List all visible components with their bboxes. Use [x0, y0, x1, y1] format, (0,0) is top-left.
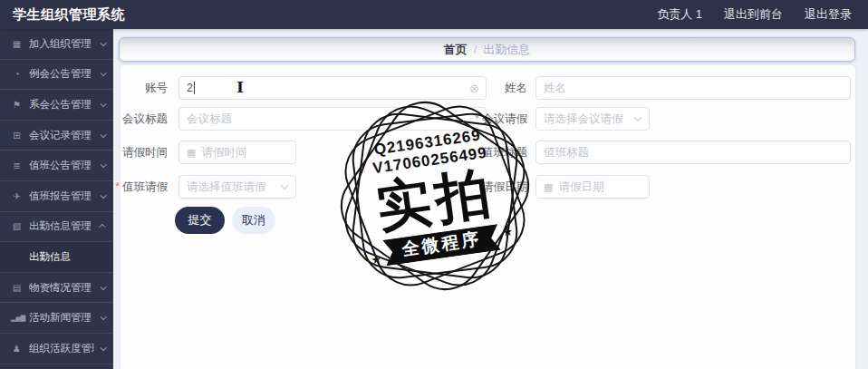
- name-input[interactable]: 姓名: [535, 76, 851, 100]
- name-label: 姓名: [471, 81, 527, 96]
- breadcrumb-current: 出勤信息: [483, 42, 530, 58]
- grid-icon: ▦: [11, 39, 23, 49]
- leave-time-input[interactable]: ▦ 请假时间: [178, 141, 296, 164]
- sidebar-item-supplies[interactable]: ▤ 物资情况管理: [0, 273, 113, 304]
- sidebar-item-label: 加入组织管理: [29, 37, 94, 51]
- topbar-actions: 负责人 1 退出到前台 退出登录: [657, 6, 852, 23]
- sidebar-item-duty-report[interactable]: ✈ 值班报告管理: [0, 181, 113, 212]
- app-title: 学生组织管理系统: [13, 6, 125, 24]
- duty-leave-field-row: *值班请假 请选择值班请假: [113, 175, 296, 199]
- account-input[interactable]: 2 ⊗: [178, 76, 487, 100]
- sidebar-item-join-org[interactable]: ▦ 加入组织管理: [0, 29, 113, 60]
- image-icon: ▧: [11, 221, 23, 231]
- chevron-up-icon: [99, 224, 105, 230]
- sidebar-item-regular-meeting-notice[interactable]: ◔ 例会公告管理: [0, 60, 113, 91]
- breadcrumb-home-link[interactable]: 首页: [444, 42, 468, 58]
- leave-date-label: 请假日期: [471, 180, 527, 195]
- chevron-down-icon: [101, 161, 107, 168]
- flag-icon: ⚑: [11, 100, 23, 110]
- sidebar-item-label: 出勤信息管理: [29, 219, 94, 233]
- duty-leave-select[interactable]: 请选择值班请假: [178, 175, 296, 199]
- leave-time-placeholder: 请假时间: [201, 145, 246, 160]
- chevron-down-icon: [281, 182, 288, 189]
- sidebar: ▦ 加入组织管理 ◔ 例会公告管理 ⚑ 系会公告管理 ⊞ 会议记录管理 ≣ 值班…: [0, 29, 113, 369]
- account-label: 账号: [113, 81, 168, 96]
- clipboard-icon: ▤: [11, 283, 23, 293]
- chevron-down-icon: [101, 131, 107, 138]
- calendar-icon: ▦: [544, 181, 553, 193]
- name-field-row: 姓名 姓名: [471, 76, 851, 100]
- duty-title-label: 值班标题: [471, 145, 527, 160]
- name-placeholder: 姓名: [544, 81, 566, 96]
- sidebar-item-label: 系会公告管理: [29, 98, 94, 112]
- duty-leave-placeholder: 请选择值班请假: [187, 180, 266, 195]
- calendar-icon: ▦: [187, 147, 196, 159]
- meeting-leave-field-row: *会议请假 请选择会议请假: [471, 107, 650, 131]
- chevron-down-icon: [101, 192, 107, 199]
- person-icon: ♟: [11, 344, 23, 354]
- meeting-title-input[interactable]: 会议标题: [178, 107, 487, 131]
- required-asterisk: *: [475, 112, 479, 125]
- duty-title-input[interactable]: 值班标题: [535, 141, 851, 164]
- sidebar-subitem-label: 出勤信息: [29, 250, 71, 264]
- meeting-title-placeholder: 会议标题: [187, 112, 232, 127]
- duty-title-placeholder: 值班标题: [544, 145, 589, 160]
- duty-leave-label: *值班请假: [113, 180, 168, 195]
- sidebar-item-label: 值班报告管理: [29, 189, 94, 203]
- squares-icon: ⊞: [11, 131, 23, 141]
- submit-button[interactable]: 提交: [175, 207, 225, 234]
- sidebar-item-label: 活动新闻管理: [29, 311, 94, 325]
- chevron-down-icon: [101, 345, 107, 351]
- text-caret: [194, 82, 195, 94]
- clock-icon: ◔: [11, 69, 23, 79]
- leave-time-label: 请假时间: [113, 145, 168, 160]
- sidebar-item-dept-meeting-notice[interactable]: ⚑ 系会公告管理: [0, 90, 113, 121]
- ibeam-cursor: I: [236, 78, 244, 96]
- meeting-title-field-row: 会议标题 会议标题: [113, 107, 487, 131]
- leave-time-field-row: 请假时间 ▦ 请假时间: [113, 141, 296, 164]
- chevron-down-icon: [101, 71, 107, 77]
- top-navbar: 学生组织管理系统 负责人 1 退出到前台 退出登录: [0, 0, 868, 29]
- leave-date-input[interactable]: ▦ 请假日期: [535, 175, 650, 199]
- leave-date-placeholder: 请假日期: [558, 180, 603, 195]
- chevron-down-icon: [101, 101, 107, 107]
- cancel-button[interactable]: 取消: [232, 207, 275, 234]
- meeting-title-label: 会议标题: [113, 112, 168, 127]
- duty-title-field-row: 值班标题 值班标题: [471, 141, 851, 164]
- chevron-down-icon: [101, 284, 107, 290]
- chevron-down-icon: [634, 114, 641, 121]
- sidebar-item-label: 组织活跃度管理: [29, 342, 94, 355]
- chevron-down-icon: [101, 314, 107, 320]
- paper-plane-icon: ✈: [11, 191, 23, 201]
- sidebar-item-label: 物资情况管理: [29, 281, 94, 295]
- bar-chart-icon: ▂▅▇: [11, 315, 23, 322]
- list-icon: ≣: [11, 160, 23, 170]
- chevron-down-icon: [101, 40, 107, 46]
- sidebar-item-label: 值班公告管理: [29, 159, 94, 172]
- breadcrumb: 首页 / 出勤信息: [119, 37, 855, 62]
- sidebar-item-duty-notice[interactable]: ≣ 值班公告管理: [0, 151, 113, 181]
- leave-date-field-row: 请假日期 ▦ 请假日期: [471, 175, 650, 199]
- meeting-leave-placeholder: 请选择会议请假: [544, 112, 623, 127]
- logout-link[interactable]: 退出登录: [805, 6, 852, 23]
- sidebar-item-meeting-records[interactable]: ⊞ 会议记录管理: [0, 121, 113, 151]
- back-to-front-link[interactable]: 退出到前台: [724, 6, 783, 23]
- sidebar-subitem-attendance-info[interactable]: 出勤信息: [0, 242, 113, 273]
- main-content: 首页 / 出勤信息 账号 2 ⊗ 姓名 姓名 会议标题 会议标题 *会议请假 请…: [113, 29, 868, 369]
- current-user[interactable]: 负责人 1: [657, 6, 702, 23]
- sidebar-item-attendance-info[interactable]: ▧ 出勤信息管理: [0, 212, 113, 243]
- required-asterisk: *: [115, 180, 120, 193]
- sidebar-item-label: 会议记录管理: [29, 129, 94, 142]
- sidebar-item-org-activity[interactable]: ♟ 组织活跃度管理: [0, 334, 113, 364]
- account-value: 2: [187, 82, 193, 94]
- account-field-row: 账号 2 ⊗: [113, 76, 487, 100]
- sidebar-item-activity-news[interactable]: ▂▅▇ 活动新闻管理: [0, 303, 113, 334]
- breadcrumb-separator: /: [474, 43, 477, 56]
- sidebar-item-label: 例会公告管理: [29, 67, 94, 81]
- meeting-leave-label: *会议请假: [471, 112, 527, 127]
- meeting-leave-select[interactable]: 请选择会议请假: [535, 107, 650, 131]
